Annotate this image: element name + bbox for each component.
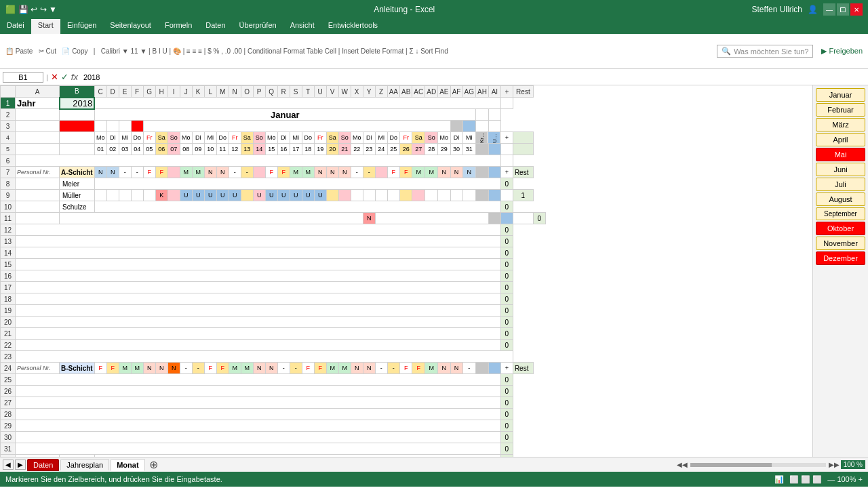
col-A[interactable]: A bbox=[16, 86, 60, 98]
tab-jahresplan[interactable]: Jahresplan bbox=[60, 459, 109, 470]
cell-A1[interactable]: Jahr bbox=[16, 98, 60, 109]
month-november[interactable]: November bbox=[816, 237, 865, 250]
col-rest-header[interactable]: Rest bbox=[513, 86, 533, 98]
day-name-4: Do bbox=[131, 132, 143, 144]
col-M[interactable]: M bbox=[216, 86, 229, 98]
col-AH[interactable]: AH bbox=[475, 86, 488, 98]
col-P[interactable]: P bbox=[253, 86, 265, 98]
plus-24: + bbox=[500, 363, 513, 374]
formula-divider: | bbox=[46, 73, 48, 81]
tab-nav-right[interactable]: ▶ bbox=[15, 460, 26, 470]
formula-cancel[interactable]: ✕ bbox=[51, 72, 58, 82]
month-maerz[interactable]: März bbox=[816, 118, 865, 131]
spreadsheet[interactable]: A B C D E F G H I J K L M N O bbox=[0, 85, 812, 457]
col-W[interactable]: W bbox=[338, 86, 351, 98]
tab-daten[interactable]: Daten bbox=[199, 19, 232, 34]
col-AC[interactable]: AC bbox=[412, 86, 425, 98]
col-D[interactable]: D bbox=[106, 86, 119, 98]
tab-einfuegen[interactable]: Einfügen bbox=[60, 19, 103, 34]
col-AE[interactable]: AE bbox=[438, 86, 450, 98]
tab-formeln[interactable]: Formeln bbox=[158, 19, 199, 34]
formula-fx[interactable]: fx bbox=[71, 72, 78, 82]
col-K[interactable]: K bbox=[192, 86, 204, 98]
a-hdr-d21: N bbox=[338, 167, 351, 178]
col-V[interactable]: V bbox=[326, 86, 338, 98]
col-E[interactable]: E bbox=[119, 86, 131, 98]
day-14: 14 bbox=[253, 144, 265, 155]
month-september[interactable]: September bbox=[816, 207, 865, 220]
col-B[interactable]: B bbox=[60, 86, 95, 98]
col-R[interactable]: R bbox=[277, 86, 290, 98]
col-H[interactable]: H bbox=[155, 86, 167, 98]
maximize-button[interactable]: ⧠ bbox=[837, 3, 849, 16]
col-X[interactable]: X bbox=[351, 86, 363, 98]
close-button[interactable]: ✕ bbox=[850, 3, 863, 16]
month-oktober[interactable]: Oktober bbox=[816, 222, 865, 235]
month-februar[interactable]: Februar bbox=[816, 103, 865, 117]
personal-nr-b: Personal Nr. bbox=[16, 363, 60, 374]
col-Q[interactable]: Q bbox=[265, 86, 277, 98]
tab-ueberpruefen[interactable]: Überprüfen bbox=[233, 19, 283, 34]
col-L[interactable]: L bbox=[204, 86, 216, 98]
col-S[interactable]: S bbox=[290, 86, 302, 98]
scroll-right-icon[interactable]: ▶▶ bbox=[829, 461, 840, 468]
search-box[interactable]: 🔍 Was möchten Sie tun? bbox=[717, 45, 813, 58]
tab-monat[interactable]: Monat bbox=[111, 459, 144, 471]
cell-B10-schulze[interactable]: Schulze bbox=[60, 201, 95, 213]
cell-A9 bbox=[16, 190, 60, 201]
tab-ansicht[interactable]: Ansicht bbox=[283, 19, 321, 34]
month-dezember[interactable]: Dezember bbox=[816, 251, 865, 265]
window-controls[interactable]: — ⧠ ✕ bbox=[823, 3, 863, 16]
tab-start[interactable]: Start bbox=[31, 19, 60, 34]
a-hdr-d19: N bbox=[314, 167, 326, 178]
share-button[interactable]: ▶ Freigeben bbox=[821, 47, 863, 56]
add-sheet-button[interactable]: ⊕ bbox=[146, 458, 161, 471]
month-juni[interactable]: Juni bbox=[816, 163, 865, 176]
month-januar[interactable]: Januar bbox=[816, 88, 865, 102]
col-Z[interactable]: Z bbox=[375, 86, 387, 98]
col-T[interactable]: T bbox=[302, 86, 314, 98]
tab-nav-left[interactable]: ◀ bbox=[3, 460, 14, 470]
formula-confirm[interactable]: ✓ bbox=[61, 72, 68, 82]
col-AG[interactable]: AG bbox=[462, 86, 475, 98]
month-april[interactable]: April bbox=[816, 133, 865, 146]
minimize-button[interactable]: — bbox=[823, 3, 835, 16]
name-box[interactable]: B1 bbox=[3, 72, 43, 83]
spreadsheet-table: A B C D E F G H I J K L M N O bbox=[0, 85, 546, 457]
scroll-left-icon[interactable]: ◀◀ bbox=[677, 461, 688, 468]
tab-datei[interactable]: Datei bbox=[0, 19, 31, 34]
month-mai[interactable]: Mai bbox=[816, 148, 865, 161]
layout-icons[interactable]: ⬜ ⬜ ⬜ bbox=[789, 475, 822, 484]
col-Y[interactable]: Y bbox=[363, 86, 375, 98]
krank-11 bbox=[488, 213, 500, 224]
tab-daten[interactable]: Daten bbox=[27, 459, 59, 471]
col-AB[interactable]: AB bbox=[400, 86, 412, 98]
col-J[interactable]: J bbox=[180, 86, 192, 98]
col-AD[interactable]: AD bbox=[425, 86, 438, 98]
cell-B32-muller[interactable]: Müller bbox=[60, 455, 95, 458]
col-AA[interactable]: AA bbox=[387, 86, 399, 98]
col-U[interactable]: U bbox=[314, 86, 326, 98]
cell-B1[interactable]: 2018 bbox=[60, 98, 95, 109]
month-juli[interactable]: Juli bbox=[816, 178, 865, 191]
cell-B9-muller[interactable]: Müller bbox=[60, 190, 95, 201]
b-hdr-d17: - bbox=[290, 363, 302, 374]
formula-input[interactable]: 2018 bbox=[81, 73, 865, 81]
col-I[interactable]: I bbox=[167, 86, 180, 98]
quick-access-icons[interactable]: 💾 ↩ ↪ ▼ bbox=[18, 5, 57, 14]
col-N[interactable]: N bbox=[229, 86, 241, 98]
col-AI[interactable]: AI bbox=[488, 86, 500, 98]
col-C[interactable]: C bbox=[94, 86, 106, 98]
col-plus[interactable]: + bbox=[500, 86, 513, 98]
day-12: 12 bbox=[229, 144, 241, 155]
col-AF[interactable]: AF bbox=[450, 86, 462, 98]
zoom-control[interactable]: — 100% + bbox=[827, 475, 863, 483]
col-F[interactable]: F bbox=[131, 86, 143, 98]
col-O[interactable]: O bbox=[241, 86, 253, 98]
cell-B8-meier[interactable]: Meier bbox=[60, 178, 95, 190]
month-august[interactable]: August bbox=[816, 192, 865, 206]
a-hdr-d24 bbox=[375, 167, 387, 178]
tab-seitenlayout[interactable]: Seitenlayout bbox=[103, 19, 158, 34]
col-G[interactable]: G bbox=[143, 86, 155, 98]
tab-entwicklertools[interactable]: Entwicklertools bbox=[321, 19, 384, 34]
